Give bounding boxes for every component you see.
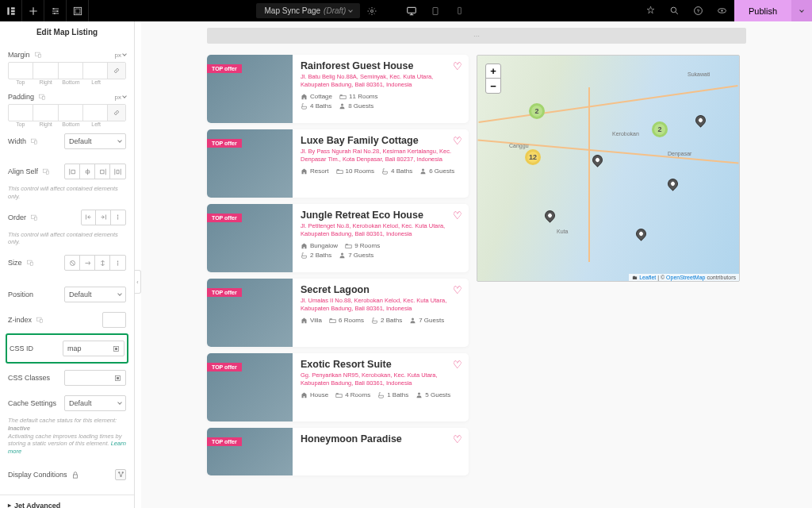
responsive-icon[interactable] xyxy=(36,316,44,324)
dynamic-icon[interactable] xyxy=(113,345,120,352)
map-cluster[interactable]: 2 xyxy=(529,103,545,119)
listing-card[interactable]: TOP offer ♡ Luxe Bay Family Cottage Jl. … xyxy=(207,129,469,198)
finder-button[interactable] xyxy=(663,0,687,21)
cssclasses-input[interactable] xyxy=(64,370,126,386)
svg-rect-59 xyxy=(336,394,343,397)
favorite-button[interactable]: ♡ xyxy=(453,135,462,147)
map-widget[interactable]: Canggu Kerobokan Denpasar Kuta Sukawati|… xyxy=(477,55,740,282)
structure-button[interactable] xyxy=(67,0,89,21)
responsive-icon[interactable] xyxy=(42,167,50,175)
svg-rect-8 xyxy=(75,9,80,13)
svg-rect-42 xyxy=(117,377,119,379)
osm-link[interactable]: OpenStreetMap xyxy=(666,275,705,280)
svg-rect-56 xyxy=(330,319,336,322)
listing-card[interactable]: TOP offer ♡ Rainforest Guest House Jl. B… xyxy=(207,55,469,123)
site-settings-button[interactable] xyxy=(44,0,67,21)
help-button[interactable]: ? xyxy=(687,0,710,21)
listing-title: Rainforest Guest House xyxy=(301,60,461,71)
position-label: Position xyxy=(8,291,33,298)
padding-inputs[interactable] xyxy=(8,104,126,121)
favorite-button[interactable]: ♡ xyxy=(453,359,462,371)
cache-label: Cache Settings xyxy=(8,399,56,407)
size-buttons[interactable] xyxy=(64,255,126,271)
page-settings-button[interactable] xyxy=(360,0,384,21)
listing-card[interactable]: TOP offer ♡ Jungle Retreat Eco House Jl.… xyxy=(207,204,469,272)
order-buttons[interactable] xyxy=(81,210,126,225)
responsive-icon[interactable] xyxy=(34,51,42,59)
responsive-icon[interactable] xyxy=(30,137,38,145)
order-start-button[interactable] xyxy=(82,210,96,225)
mobile-view-button[interactable] xyxy=(447,0,471,21)
notifications-button[interactable] xyxy=(639,0,663,21)
top-offer-badge: TOP offer xyxy=(207,363,242,371)
align-start-button[interactable] xyxy=(65,164,80,179)
svg-point-61 xyxy=(418,392,420,394)
map-cluster[interactable]: 2 xyxy=(652,121,668,137)
elementor-logo-button[interactable] xyxy=(0,0,22,21)
svg-rect-51 xyxy=(336,169,339,171)
listing-card[interactable]: TOP offer ♡ Exotic Resort Suite Gg. Peny… xyxy=(207,353,469,421)
cache-select[interactable]: Default xyxy=(64,395,126,411)
favorite-button[interactable]: ♡ xyxy=(453,210,462,221)
link-icon xyxy=(113,67,121,75)
favorite-button[interactable]: ♡ xyxy=(453,60,462,72)
position-select[interactable]: Default xyxy=(64,287,126,302)
align-center-button[interactable] xyxy=(80,164,95,179)
listing-address: Gg. Penyarikan NR95, Kerobokan, Kec. Kut… xyxy=(301,371,461,387)
listings-column: TOP offer ♡ Rainforest Guest House Jl. B… xyxy=(207,55,469,475)
responsive-icon[interactable] xyxy=(38,93,46,101)
favorite-button[interactable]: ♡ xyxy=(453,284,462,296)
responsive-icon[interactable] xyxy=(26,259,34,267)
dynamic-icon[interactable] xyxy=(114,375,121,382)
publish-dropdown-button[interactable] xyxy=(791,0,812,21)
listing-title: Honeymoon Paradise xyxy=(301,433,461,444)
section-placeholder[interactable]: ⋯ xyxy=(207,28,746,44)
svg-point-9 xyxy=(371,10,373,12)
order-more-button[interactable] xyxy=(111,210,125,225)
unit-label[interactable]: px xyxy=(115,52,121,59)
width-select[interactable]: Default xyxy=(64,133,126,149)
tablet-view-button[interactable] xyxy=(423,0,447,21)
map-cluster[interactable]: 12 xyxy=(525,149,541,165)
top-offer-badge: TOP offer xyxy=(207,64,242,73)
leaflet-link[interactable]: Leaflet xyxy=(639,275,656,280)
link-values-button[interactable] xyxy=(108,63,125,79)
order-end-button[interactable] xyxy=(96,210,110,225)
listing-meta: Resort 10 Rooms 4 Baths 6 Guests xyxy=(301,167,461,175)
display-conditions-label: Display Conditions xyxy=(8,471,67,479)
cssid-input[interactable]: map xyxy=(63,341,124,356)
size-none-button[interactable] xyxy=(65,256,80,270)
publish-button[interactable]: Publish xyxy=(734,0,791,21)
align-self-buttons[interactable] xyxy=(64,164,126,179)
svg-rect-7 xyxy=(74,7,81,14)
margin-inputs[interactable] xyxy=(8,62,126,79)
top-offer-badge: TOP offer xyxy=(207,288,242,297)
svg-rect-19 xyxy=(38,54,40,57)
svg-point-52 xyxy=(422,168,424,171)
panel-collapse-button[interactable]: ‹ xyxy=(135,270,141,294)
svg-rect-57 xyxy=(330,318,332,320)
desktop-view-button[interactable] xyxy=(400,0,423,21)
zindex-input[interactable] xyxy=(102,312,126,328)
note-text: This control will affect contained eleme… xyxy=(8,183,126,203)
align-end-button[interactable] xyxy=(95,164,110,179)
accordion-jet-advanced[interactable]: Jet Advanced xyxy=(0,495,134,508)
responsive-icon[interactable] xyxy=(30,214,38,221)
link-values-button[interactable] xyxy=(108,105,125,121)
size-more-button[interactable] xyxy=(110,256,125,270)
zoom-in-button[interactable]: + xyxy=(486,64,500,79)
listing-title: Secret Lagoon xyxy=(301,284,461,295)
zoom-out-button[interactable]: − xyxy=(486,79,500,93)
svg-rect-54 xyxy=(346,244,348,245)
size-grow-button[interactable] xyxy=(80,256,95,270)
display-conditions-button[interactable] xyxy=(115,469,126,480)
add-element-button[interactable] xyxy=(22,0,44,21)
size-shrink-button[interactable] xyxy=(95,256,110,270)
favorite-button[interactable]: ♡ xyxy=(453,433,462,445)
listing-card[interactable]: TOP offer ♡ Honeymoon Paradise xyxy=(207,428,469,475)
align-stretch-button[interactable] xyxy=(110,164,125,179)
page-title-dropdown[interactable]: Map Sync Page (Draft) xyxy=(256,3,360,18)
preview-button[interactable] xyxy=(710,0,734,21)
listing-card[interactable]: TOP offer ♡ Secret Lagoon Jl. Umalas II … xyxy=(207,279,469,347)
svg-rect-2 xyxy=(11,10,15,11)
